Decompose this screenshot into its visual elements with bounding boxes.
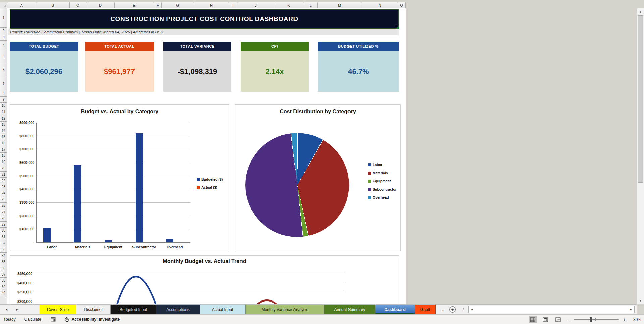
column-header-b[interactable]: B bbox=[36, 2, 70, 8]
scroll-left-button[interactable]: ◄ bbox=[469, 306, 475, 313]
horizontal-scroll-track[interactable] bbox=[475, 306, 628, 313]
column-header-j[interactable]: J bbox=[237, 2, 274, 8]
row-header-5[interactable]: 5 bbox=[0, 50, 7, 62]
legend-swatch-materials[interactable] bbox=[368, 172, 371, 175]
legend-label-equipment[interactable]: Equipment bbox=[373, 179, 391, 183]
row-header-6[interactable]: 6 bbox=[0, 62, 7, 77]
zoom-slider-track[interactable] bbox=[574, 319, 619, 320]
column-header-f[interactable]: F bbox=[154, 2, 162, 8]
row-header-7[interactable]: 7 bbox=[0, 77, 7, 90]
accessibility-status[interactable]: Accessibility: Investigate bbox=[72, 317, 120, 322]
row-header-9[interactable]: 9 bbox=[0, 97, 7, 103]
row-header-39[interactable]: 39 bbox=[0, 284, 7, 290]
row-header-23[interactable]: 23 bbox=[0, 184, 7, 190]
column-header-o[interactable]: O bbox=[398, 2, 406, 8]
sheet-tab-gantt[interactable]: Gantt bbox=[415, 305, 436, 314]
row-header-21[interactable]: 21 bbox=[0, 172, 7, 178]
normal-view-button[interactable] bbox=[529, 316, 537, 323]
sheet-tab-annual-summary[interactable]: Annual Summary bbox=[324, 305, 375, 314]
row-header-3[interactable]: 3 bbox=[0, 34, 7, 41]
legend-label-subcontractor[interactable]: Subcontractor bbox=[373, 187, 397, 191]
row-header-20[interactable]: 20 bbox=[0, 165, 7, 172]
row-header-27[interactable]: 27 bbox=[0, 209, 7, 215]
row-header-13[interactable]: 13 bbox=[0, 122, 7, 128]
dashboard-title-banner[interactable]: CONSTRUCTION PROJECT COST CONTROL DASHBO… bbox=[10, 9, 399, 29]
column-header-k[interactable]: K bbox=[274, 2, 304, 8]
row-header-40[interactable]: 40 bbox=[0, 290, 7, 296]
kpi-card-total-variance[interactable]: TOTAL VARIANCE-$1,098,319 bbox=[163, 42, 231, 92]
row-header-34[interactable]: 34 bbox=[0, 253, 7, 259]
legend-swatch-labor[interactable] bbox=[368, 163, 371, 166]
pie-chart-panel[interactable]: Cost Distribution by CategoryLaborMateri… bbox=[235, 104, 401, 251]
column-header-m[interactable]: M bbox=[318, 2, 362, 8]
vertical-scrollbar-thumb[interactable] bbox=[638, 15, 643, 183]
legend-label-budgeted[interactable]: Budgeted ($) bbox=[201, 177, 223, 181]
scroll-down-button[interactable]: ▼ bbox=[637, 297, 644, 304]
column-header-n[interactable]: N bbox=[362, 2, 398, 8]
bar-budgeted-labor[interactable] bbox=[43, 228, 51, 242]
row-header-22[interactable]: 22 bbox=[0, 178, 7, 184]
column-header-e[interactable]: E bbox=[115, 2, 154, 8]
zoom-in-button[interactable]: + bbox=[623, 317, 626, 322]
zoom-level[interactable]: 80% bbox=[631, 317, 641, 322]
tab-scroll-left-button[interactable]: ◄ bbox=[5, 305, 8, 314]
scroll-up-button[interactable]: ▲ bbox=[637, 8, 644, 15]
kpi-card-total-budget[interactable]: TOTAL BUDGET$2,060,296 bbox=[10, 42, 78, 92]
column-header-c[interactable]: C bbox=[70, 2, 86, 8]
row-header-30[interactable]: 30 bbox=[0, 228, 7, 234]
page-break-view-button[interactable] bbox=[554, 316, 562, 323]
line-series-actual[interactable] bbox=[244, 300, 289, 304]
sheet-tab-budgeted-input[interactable]: Budgeted Input bbox=[111, 305, 156, 314]
legend-swatch-budgeted[interactable] bbox=[197, 178, 200, 181]
worksheet-canvas[interactable]: CONSTRUCTION PROJECT COST CONTROL DASHBO… bbox=[7, 8, 406, 304]
sheet-tab-cover-slide[interactable]: Cover_Slide bbox=[40, 305, 76, 314]
bar-chart-panel[interactable]: Budget vs. Actual by Category$900,000$80… bbox=[10, 104, 229, 251]
zoom-slider-thumb[interactable] bbox=[590, 317, 592, 322]
sheet-tab-actual-input[interactable]: Actual Input bbox=[200, 305, 246, 314]
sheet-tab-dashboard[interactable]: Dashboard bbox=[375, 305, 415, 314]
vertical-scrollbar[interactable]: ▲ ▼ bbox=[637, 8, 644, 304]
legend-swatch-overhead[interactable] bbox=[368, 196, 371, 199]
more-tabs-indicator[interactable]: … bbox=[440, 305, 445, 314]
row-header-1[interactable]: 1 bbox=[0, 8, 7, 28]
row-header-2[interactable]: 2 bbox=[0, 28, 7, 34]
select-all-corner[interactable] bbox=[0, 2, 7, 8]
row-header-28[interactable]: 28 bbox=[0, 215, 7, 222]
row-header-18[interactable]: 18 bbox=[0, 153, 7, 159]
legend-swatch-actual[interactable] bbox=[197, 186, 200, 189]
bar-budgeted-equipment[interactable] bbox=[105, 240, 112, 242]
legend-swatch-subcontractor[interactable] bbox=[368, 188, 371, 191]
tab-options-handle[interactable]: ⋮ bbox=[461, 305, 465, 314]
row-header-29[interactable]: 29 bbox=[0, 222, 7, 228]
row-header-11[interactable]: 11 bbox=[0, 109, 7, 115]
row-header-38[interactable]: 38 bbox=[0, 278, 7, 284]
pie-circle[interactable] bbox=[245, 133, 349, 237]
row-header-35[interactable]: 35 bbox=[0, 259, 7, 265]
bar-budgeted-overhead[interactable] bbox=[166, 239, 173, 242]
row-header-17[interactable]: 17 bbox=[0, 146, 7, 153]
status-calculate[interactable]: Calculate bbox=[24, 317, 41, 322]
sheet-tab-disclaimer[interactable]: Disclaimer bbox=[76, 305, 111, 314]
row-header-15[interactable]: 15 bbox=[0, 134, 7, 140]
row-header-14[interactable]: 14 bbox=[0, 128, 7, 134]
legend-label-materials[interactable]: Materials bbox=[373, 171, 388, 175]
bar-budgeted-materials[interactable] bbox=[74, 165, 81, 242]
zoom-slider[interactable] bbox=[574, 317, 619, 322]
column-header-g[interactable]: G bbox=[162, 2, 194, 8]
row-header-12[interactable]: 12 bbox=[0, 115, 7, 122]
row-header-16[interactable]: 16 bbox=[0, 140, 7, 147]
row-header-25[interactable]: 25 bbox=[0, 196, 7, 203]
column-header-l[interactable]: L bbox=[304, 2, 318, 8]
tab-scroll-right-button[interactable]: ► bbox=[15, 305, 19, 314]
column-header-d[interactable]: D bbox=[86, 2, 115, 8]
column-header-i[interactable]: I bbox=[229, 2, 237, 8]
row-header-26[interactable]: 26 bbox=[0, 203, 7, 209]
row-header-36[interactable]: 36 bbox=[0, 265, 7, 272]
page-layout-view-button[interactable] bbox=[541, 316, 549, 323]
row-header-32[interactable]: 32 bbox=[0, 240, 7, 246]
row-header-24[interactable]: 24 bbox=[0, 190, 7, 197]
legend-label-actual[interactable]: Actual ($) bbox=[201, 185, 217, 189]
legend-label-overhead[interactable]: Overhead bbox=[373, 195, 389, 199]
zoom-out-button[interactable]: − bbox=[567, 317, 570, 322]
legend-label-labor[interactable]: Labor bbox=[373, 163, 382, 167]
